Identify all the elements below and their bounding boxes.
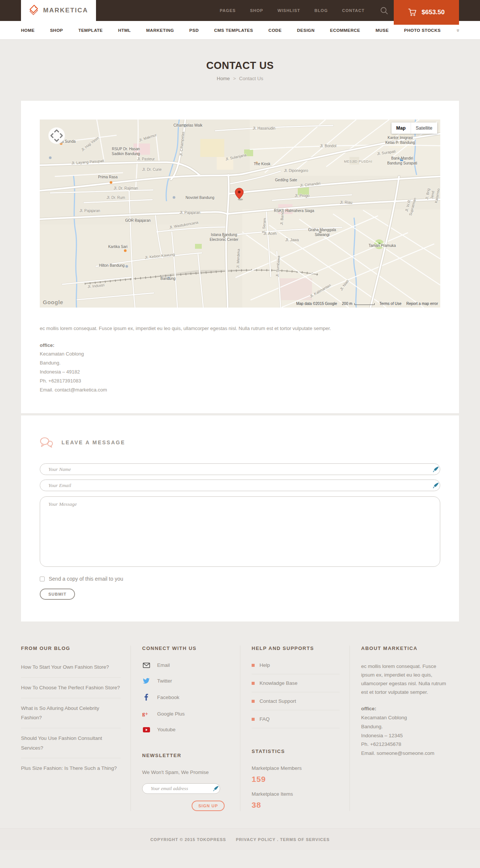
- stat-value: 159: [252, 775, 340, 784]
- footer-connect-column: CONNECT WITH US EmailTwitterFacebookg+Go…: [130, 645, 240, 811]
- about-address-line: Kecamatan Coblong: [361, 713, 449, 722]
- square-bullet-icon: [252, 682, 255, 685]
- name-input[interactable]: [40, 463, 440, 475]
- social-link-twitter[interactable]: Twitter: [142, 678, 230, 684]
- page-title-section: CONTACT US Home > Contact Us: [0, 40, 480, 101]
- cat-nav-item-muse[interactable]: MUSE: [375, 28, 388, 33]
- svg-text:g+: g+: [142, 711, 148, 717]
- terms-of-use-link[interactable]: Terms of Use: [380, 302, 402, 306]
- footer-connect-heading: CONNECT WITH US: [142, 645, 230, 651]
- logo[interactable]: MARKETICA: [21, 0, 96, 21]
- social-link-email[interactable]: Email: [142, 662, 230, 668]
- footer-blog-heading: FROM OUR BLOG: [21, 645, 121, 651]
- youtube-icon: [142, 727, 150, 732]
- google-map[interactable]: Cihampelas WalkJl. HasanudinJl. Cihampel…: [40, 120, 440, 308]
- help-link-faq[interactable]: FAQ: [252, 710, 340, 728]
- blog-post-link[interactable]: Plus Size Fashion: Is There Such a Thing…: [21, 758, 121, 778]
- newsletter-tagline: We Won't Spam, We Promise: [142, 769, 230, 775]
- social-link-youtube[interactable]: Youtube: [142, 727, 230, 732]
- cat-nav-item-cms-templates[interactable]: CMS TEMPLATES: [214, 28, 253, 33]
- page-title: CONTACT US: [0, 60, 480, 72]
- cat-nav-item-photo-stocks[interactable]: PHOTO STOCKS: [404, 28, 441, 33]
- cat-nav-item-home[interactable]: HOME: [21, 28, 35, 33]
- top-nav-item-blog[interactable]: BLOG: [314, 8, 328, 13]
- email-input[interactable]: [40, 480, 440, 491]
- cart-icon: [408, 8, 417, 16]
- office-address-line: Indonesia – 49182: [40, 368, 440, 376]
- help-link-label: FAQ: [260, 716, 270, 722]
- help-link-knowladge-base[interactable]: Knowladge Base: [252, 674, 340, 692]
- message-textarea[interactable]: [40, 496, 440, 567]
- about-address: Kecamatan CoblongBandung.Indonesia – 123…: [361, 713, 449, 757]
- map-attribution: Map data ©2015 Google 200 m Terms of Use…: [296, 302, 438, 306]
- map-type-satellite-button[interactable]: Satellite: [411, 123, 437, 134]
- cat-nav-item-template[interactable]: TEMPLATE: [78, 28, 103, 33]
- stat-value: 38: [252, 801, 340, 810]
- top-nav-item-shop[interactable]: SHOP: [250, 8, 263, 13]
- copyright-text: COPYRIGHT © 2015 TOKOPRESS: [150, 837, 226, 842]
- blog-post-link[interactable]: What is So Alluring About Celebrity Fash…: [21, 698, 121, 728]
- top-nav-item-contact[interactable]: CONTACT: [342, 8, 364, 13]
- help-link-contact-support[interactable]: Contact Support: [252, 692, 340, 710]
- help-links: HelpKnowladge BaseContact SupportFAQ: [252, 662, 340, 728]
- map-type-map-button[interactable]: Map: [392, 123, 411, 134]
- newsletter-field-wrap: [142, 783, 220, 794]
- send-copy-label[interactable]: Send a copy of this email to you: [49, 576, 123, 582]
- cat-nav-item-psd[interactable]: PSD: [189, 28, 199, 33]
- legal-links[interactable]: PRIVACY POLICY . TERMS OF SERVICES: [236, 837, 330, 842]
- cart-total: $653.50: [422, 9, 444, 16]
- breadcrumb-separator: >: [233, 76, 236, 81]
- footer-about-heading: ABOUT MARKETICA: [361, 645, 449, 651]
- blog-post-link[interactable]: How To Choose The Perfect Fashion Store?: [21, 678, 121, 698]
- copyright-bar: COPYRIGHT © 2015 TOKOPRESS PRIVACY POLIC…: [0, 828, 480, 850]
- help-link-label: Knowladge Base: [260, 680, 297, 686]
- blog-post-link[interactable]: Should You Use Fashion Consultant Servic…: [21, 728, 121, 758]
- cat-nav-item-marketing[interactable]: MARKETING: [146, 28, 174, 33]
- cat-nav-item-shop[interactable]: SHOP: [50, 28, 63, 33]
- top-nav-item-pages[interactable]: PAGES: [220, 8, 236, 13]
- social-link-label: Facebook: [157, 695, 179, 700]
- social-link-facebook[interactable]: Facebook: [142, 694, 230, 701]
- breadcrumb-current: Contact Us: [239, 76, 263, 81]
- footer-help-column: HELP AND SUPPORTS HelpKnowladge BaseCont…: [240, 645, 350, 811]
- about-address-line: Bandung.: [361, 722, 449, 731]
- office-address-line: Bandung.: [40, 359, 440, 368]
- map-scale-bar: [354, 303, 375, 305]
- map-type-switch: Map Satellite: [392, 123, 437, 134]
- social-link-google-plus[interactable]: g+Google Plus: [142, 711, 230, 717]
- statistics-heading: STATISTICS: [252, 748, 340, 754]
- cat-nav-item-html[interactable]: HTML: [118, 28, 131, 33]
- name-field-wrap: [40, 463, 440, 475]
- map-canvas: [40, 120, 440, 308]
- help-link-help[interactable]: Help: [252, 662, 340, 674]
- breadcrumb-home[interactable]: Home: [217, 76, 230, 81]
- cat-nav-item-design[interactable]: DESIGN: [297, 28, 315, 33]
- social-link-label: Youtube: [157, 727, 176, 732]
- chevron-down-icon[interactable]: «: [454, 29, 460, 32]
- contact-form-card: LEAVE A MESSAGE Send a copy of this emai…: [21, 415, 459, 621]
- facebook-icon: [142, 694, 150, 701]
- cat-nav-item-ecommerce[interactable]: ECOMMERCE: [330, 28, 360, 33]
- office-address-line: Ph. +62817391083: [40, 376, 440, 385]
- cart-button[interactable]: $653.50: [394, 0, 459, 25]
- send-copy-checkbox[interactable]: [40, 577, 45, 581]
- map-pan-control[interactable]: [48, 127, 65, 146]
- about-address-line: Indonesia – 12345: [361, 731, 449, 740]
- email-icon: [142, 663, 150, 668]
- report-map-error-link[interactable]: Report a map error: [406, 302, 438, 306]
- map-location-pin[interactable]: [235, 188, 244, 202]
- signup-button[interactable]: SIGN UP: [192, 801, 225, 811]
- twitter-icon: [142, 678, 150, 684]
- newsletter-email-input[interactable]: [142, 783, 220, 794]
- social-links: EmailTwitterFacebookg+Google PlusYoutube: [142, 662, 230, 732]
- site-footer: FROM OUR BLOG How To Start Your Own Fash…: [0, 621, 480, 850]
- blog-post-link[interactable]: How To Start Your Own Fashion Store?: [21, 662, 121, 678]
- social-link-label: Google Plus: [157, 711, 185, 717]
- submit-button[interactable]: SUBMIT: [40, 589, 75, 600]
- top-nav-item-wishlist[interactable]: WISHLIST: [278, 8, 300, 13]
- top-header: MARKETICA PAGESSHOPWISHLISTBLOGCONTACT: [0, 0, 480, 21]
- cat-nav-item-code[interactable]: CODE: [268, 28, 282, 33]
- search-icon[interactable]: [380, 7, 388, 15]
- newsletter-heading: NEWSLETTER: [142, 753, 230, 758]
- social-link-label: Twitter: [157, 678, 172, 684]
